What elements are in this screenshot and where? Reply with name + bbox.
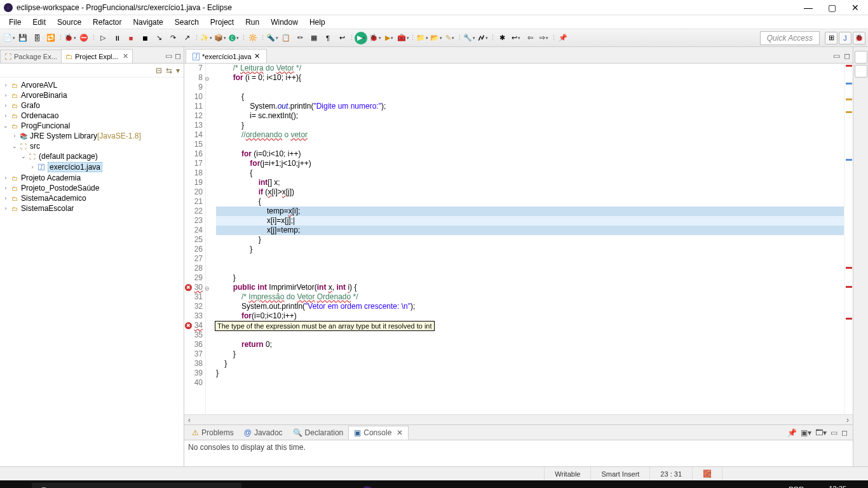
collapse-all-icon[interactable]: ⊟	[156, 66, 162, 75]
menu-source[interactable]: Source	[52, 17, 86, 28]
step-over-button[interactable]: ↷	[166, 32, 179, 44]
overview-ruler[interactable]	[844, 64, 853, 414]
start-button[interactable]: ⊞	[3, 480, 31, 488]
editor-scrollbar[interactable]: ‹›	[184, 414, 853, 424]
close-icon[interactable]: ✕	[254, 52, 260, 60]
tree-node-grafo[interactable]: ›🗀Grafo	[1, 100, 182, 111]
tree-node-ordenacao[interactable]: ›🗀Ordenacao	[1, 111, 182, 121]
prev-annot-button[interactable]: ✱	[496, 32, 508, 44]
debug-button[interactable]: 🐞	[64, 32, 76, 44]
maximize-view-icon[interactable]: ◻	[175, 51, 181, 60]
tree-node-default-package[interactable]: ⌄⛶(default package)	[1, 151, 182, 161]
debug-perspective-button[interactable]: 🐞	[853, 32, 865, 44]
menu-file[interactable]: File	[4, 17, 26, 28]
step-into-button[interactable]: ↘	[153, 32, 165, 44]
menu-help[interactable]: Help	[304, 17, 330, 28]
tree-node-exercicio1[interactable]: ›🄹exercício1.java	[1, 161, 182, 173]
tasklist-button[interactable]	[855, 65, 867, 78]
next-annot-button[interactable]: ↩	[510, 32, 522, 44]
suspend-button[interactable]: ⏸	[111, 32, 123, 44]
pin-button[interactable]: 📌	[557, 32, 569, 44]
new-folder-button[interactable]: 📂	[430, 32, 442, 44]
switch-button[interactable]: 🔁	[44, 32, 57, 44]
toggle-breadcrumb-button[interactable]: 📋	[280, 32, 292, 44]
link-editor-icon[interactable]: ⇆	[166, 66, 172, 75]
eclipse-taskbar-icon[interactable]	[353, 480, 381, 488]
open-type-button[interactable]: 🔆	[247, 32, 259, 44]
maximize-button[interactable]: ▢	[828, 3, 836, 13]
ant-button[interactable]: 🔧	[463, 32, 475, 44]
language-indicator[interactable]: PORPTB2	[787, 485, 805, 488]
debug-last-button[interactable]: 🐞	[369, 32, 381, 44]
quick-access[interactable]: Quick Access	[760, 31, 820, 45]
tree-node-arvoreavl[interactable]: ›🗀ArvoreAVL	[1, 80, 182, 90]
tab-problems[interactable]: ⚠Problems	[187, 426, 239, 439]
save-button[interactable]: 💾	[17, 32, 29, 44]
menu-navigate[interactable]: Navigate	[128, 17, 168, 28]
new-project-button[interactable]: 📁	[416, 32, 428, 44]
close-icon[interactable]: ✕	[397, 428, 403, 437]
minimize-editor-icon[interactable]: ▭	[833, 51, 840, 60]
terminate-button[interactable]: ■	[125, 32, 137, 44]
pin-console-icon[interactable]: 📌	[787, 428, 797, 437]
resume-button[interactable]: ▷	[97, 32, 109, 44]
coverage-button[interactable]: ▶	[383, 32, 395, 44]
menu-refactor[interactable]: Refactor	[88, 17, 126, 28]
code-content[interactable]: /* Leitura do Vetor */ for (i = 0; i<10;…	[214, 64, 844, 414]
tree-node-src[interactable]: ⌄⛶src	[1, 141, 182, 151]
forward-button[interactable]: ⇨	[538, 32, 550, 44]
disconnect-button[interactable]: ⏹	[139, 32, 151, 44]
maximize-editor-icon[interactable]: ◻	[844, 51, 850, 60]
menu-run[interactable]: Run	[240, 17, 264, 28]
step-return-button[interactable]: ↗	[180, 32, 193, 44]
tree-node-sistema-academico[interactable]: ›🗀SistemaAcademico	[1, 193, 182, 203]
tree-node-jre[interactable]: ›📚JRE System Library [JavaSE-1.8]	[1, 131, 182, 141]
new-wizard-button[interactable]: ✨	[200, 32, 212, 44]
menu-project[interactable]: Project	[205, 17, 239, 28]
minimize-view-icon[interactable]: ▭	[165, 51, 172, 60]
tree-node-projeto-academia[interactable]: ›🗀Projeto Academia	[1, 173, 182, 183]
new-file-button[interactable]: ✎	[444, 32, 456, 44]
outline-button[interactable]	[855, 51, 867, 64]
menu-edit[interactable]: Edit	[27, 17, 51, 28]
minimize-button[interactable]: —	[804, 3, 813, 13]
tree-node-arvorebinaria[interactable]: ›🗀ArvoreBinaria	[1, 90, 182, 100]
menu-window[interactable]: Window	[266, 17, 303, 28]
edge-icon[interactable]: e	[269, 480, 297, 488]
save-all-button[interactable]: 🗄	[31, 32, 43, 44]
tab-javadoc[interactable]: @Javadoc	[239, 426, 288, 439]
tree-node-sistema-escolar[interactable]: ›🗀SistemaEscolar	[1, 203, 182, 214]
tab-declaration[interactable]: 🔍Declaration	[288, 426, 349, 439]
menu-search[interactable]: Search	[170, 17, 204, 28]
display-console-icon[interactable]: ▣▾	[801, 428, 811, 437]
tab-package-explorer[interactable]: ⛶ Package Ex...	[0, 50, 62, 63]
explorer-icon[interactable]: 🗀	[297, 480, 325, 488]
mark-occurrences-button[interactable]: ✏	[294, 32, 306, 44]
toggle-wrap-button[interactable]: ↩	[336, 32, 348, 44]
minimize-view-icon[interactable]: ▭	[831, 428, 837, 437]
new-class-button[interactable]: 🅒	[227, 32, 240, 44]
back-button[interactable]: ⇦	[524, 32, 536, 44]
tree-node-projeto-posto[interactable]: ›🗀Projeto_PostodeSaúde	[1, 183, 182, 193]
last-edit-button[interactable]: 🗲	[477, 32, 489, 44]
maximize-view-icon[interactable]: ◻	[841, 428, 848, 437]
open-perspective-button[interactable]: ⊞	[825, 32, 837, 44]
skip-button[interactable]: ⛔	[78, 32, 90, 44]
clock[interactable]: 12:3521/02/2019	[811, 485, 846, 488]
tree-node-progfuncional[interactable]: ⌄🗀ProgFuncional	[1, 121, 182, 131]
editor-tab-exercicio1[interactable]: 🄹 *exercício1.java ✕	[186, 49, 267, 63]
code-editor[interactable]: 7891011121314151617181920212223242526272…	[184, 64, 853, 414]
block-select-button[interactable]: ▦	[308, 32, 320, 44]
show-whitespace-button[interactable]: ¶	[322, 32, 334, 44]
close-button[interactable]: ✕	[851, 3, 859, 13]
windows-search[interactable]: Digite aqui para pesquisar 🎤	[32, 483, 241, 488]
search-button[interactable]: 🔦	[266, 32, 278, 44]
view-menu-icon[interactable]: ▾	[176, 66, 180, 75]
app-icon[interactable]: 🎨	[381, 480, 409, 488]
open-console-icon[interactable]: 🗔▾	[815, 428, 827, 437]
new-button[interactable]: 📄	[3, 32, 15, 44]
store-icon[interactable]: 🛍	[325, 480, 353, 488]
new-package-button[interactable]: 📦	[214, 32, 226, 44]
close-icon[interactable]: ✕	[123, 52, 128, 60]
task-view-icon[interactable]: ⧉	[241, 480, 269, 488]
